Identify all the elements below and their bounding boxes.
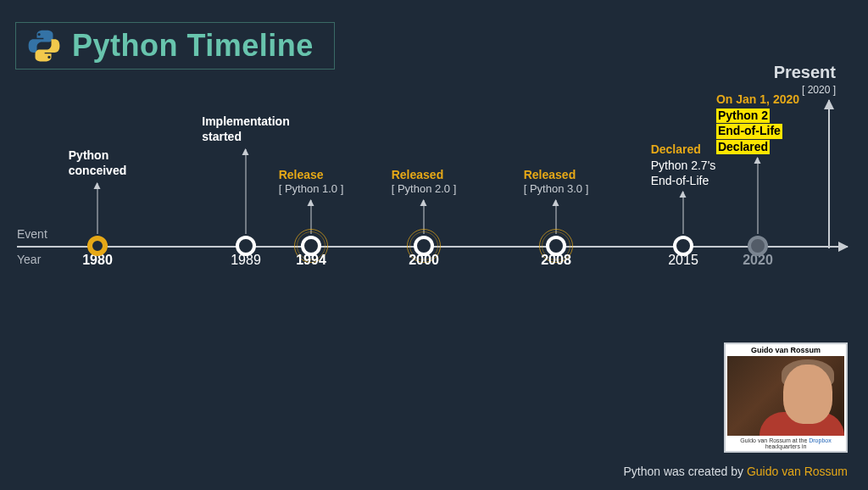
event-label-conceived: Python conceived [69,148,126,178]
node-marker-icon [546,236,566,256]
present-label: Present [ 2020 ] [774,63,836,96]
timeline-axis-vertical [828,100,830,248]
event-label-release-3: Released [ Python 3.0 ] [524,167,589,197]
stem-icon [97,183,98,234]
node-marker-icon [236,236,256,256]
python-icon [26,28,62,64]
credit-name: Guido van Rossum [747,465,848,478]
present-text: Present [774,63,836,82]
stem-icon [683,192,684,234]
event-label-declared-27: Declared Python 2.7's End-of-Life [651,142,716,188]
axis-label-event: Event [17,227,47,241]
timeline-node-1980: 1980 Python conceived [87,236,108,256]
photo-caption-name: Guido van Rossum [727,346,844,354]
stem-icon [246,149,247,234]
timeline-node-1989: 1989 Implementation started [236,236,256,256]
event-label-implementation: Implementation started [202,114,289,144]
node-marker-icon [301,236,321,256]
timeline-node-2020: 2020 On Jan 1, 2020 Python 2 End-of-Life… [748,236,768,256]
title-box: Python Timeline [15,22,335,70]
timeline-node-2000: 2000 Released [ Python 2.0 ] [414,236,434,256]
axis-label-year: Year [17,253,41,266]
node-marker-icon [748,236,768,256]
node-marker-icon [414,236,434,256]
photo-sub-caption: Guido van Rossum at the Dropbox headquar… [727,437,844,449]
event-label-release-2: Released [ Python 2.0 ] [392,167,457,197]
credit-line: Python was created by Guido van Rossum [623,465,848,478]
timeline-node-2015: 2015 Declared Python 2.7's End-of-Life [673,236,693,256]
event-label-eol-2020: On Jan 1, 2020 Python 2 End-of-Life Decl… [716,92,799,154]
node-marker-icon [87,236,108,256]
creator-photo [727,356,844,436]
timeline-node-2008: 2008 Released [ Python 3.0 ] [546,236,566,256]
creator-photo-card: Guido van Rossum Guido van Rossum at the… [724,342,848,453]
event-label-release-1: Release [ Python 1.0 ] [279,167,344,197]
stem-icon [758,158,759,234]
node-marker-icon [673,236,693,256]
page-title: Python Timeline [72,28,314,64]
timeline-node-1994: 1994 Release [ Python 1.0 ] [301,236,321,256]
credit-prefix: Python was created by [623,465,747,478]
